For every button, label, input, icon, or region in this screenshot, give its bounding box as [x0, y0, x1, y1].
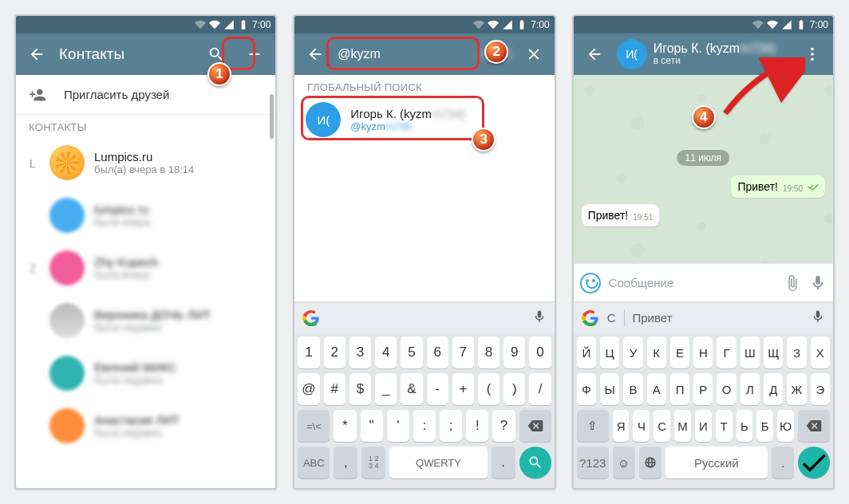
mode-abc-key[interactable]: ABC: [298, 447, 330, 478]
google-icon[interactable]: [582, 309, 599, 327]
backspace-key[interactable]: [519, 410, 551, 442]
key[interactable]: О: [717, 373, 736, 405]
mic-button[interactable]: [532, 309, 547, 326]
attach-icon[interactable]: [784, 274, 801, 292]
period-key[interactable]: .: [772, 447, 794, 478]
key[interactable]: -: [427, 373, 448, 405]
key[interactable]: Ь: [736, 410, 753, 442]
scrollbar[interactable]: [270, 94, 274, 139]
backspace-key[interactable]: [798, 410, 830, 442]
key[interactable]: П: [670, 373, 689, 405]
key[interactable]: Д: [764, 373, 783, 405]
contact-row-lumpics[interactable]: L Lumpics.ru был(а) вчера в 18:14: [16, 136, 275, 189]
key[interactable]: З: [787, 337, 806, 368]
alt-symbols-key[interactable]: 1 23 4: [361, 447, 385, 478]
key[interactable]: Ф: [577, 373, 596, 405]
key[interactable]: У: [623, 337, 642, 368]
clear-search-button[interactable]: [518, 38, 550, 70]
contact-row-blurred[interactable]: Анастасия ЛИТбыла недавно: [16, 400, 275, 452]
key[interactable]: А: [647, 373, 666, 405]
key[interactable]: Р: [693, 373, 713, 405]
key[interactable]: Щ: [764, 337, 783, 368]
key[interactable]: 1: [298, 337, 319, 368]
key[interactable]: :: [413, 410, 436, 442]
key[interactable]: /: [529, 373, 551, 405]
key[interactable]: Н: [693, 337, 713, 368]
key[interactable]: Я: [613, 410, 630, 442]
key[interactable]: _: [375, 373, 397, 405]
key[interactable]: 8: [478, 337, 500, 368]
suggestion[interactable]: С: [607, 311, 616, 325]
emoji-key[interactable]: ☺: [613, 447, 635, 478]
lang-key[interactable]: [639, 447, 661, 478]
key[interactable]: 4: [375, 337, 397, 368]
emoji-button[interactable]: [580, 273, 601, 293]
key[interactable]: Г: [717, 337, 736, 368]
key[interactable]: Э: [811, 373, 830, 405]
key[interactable]: Е: [670, 337, 689, 368]
key[interactable]: ": [361, 410, 383, 442]
key[interactable]: $: [349, 373, 371, 405]
back-button[interactable]: [21, 38, 53, 70]
key[interactable]: Ш: [740, 337, 760, 368]
enter-key[interactable]: [798, 447, 830, 478]
key[interactable]: Ж: [787, 373, 806, 405]
key[interactable]: 6: [427, 337, 448, 368]
mic-icon[interactable]: [809, 274, 827, 292]
key[interactable]: 3: [349, 337, 371, 368]
key[interactable]: &: [401, 373, 422, 405]
key[interactable]: Ю: [777, 410, 794, 442]
key[interactable]: +: [452, 373, 474, 405]
back-button[interactable]: [579, 38, 610, 70]
avatar[interactable]: И(: [617, 39, 647, 69]
key[interactable]: М: [674, 410, 691, 442]
spacebar-key[interactable]: Русский: [665, 447, 768, 478]
mode-num-key[interactable]: ?123: [577, 447, 609, 478]
key[interactable]: ): [503, 373, 525, 405]
key[interactable]: Ч: [633, 410, 650, 442]
key[interactable]: *: [334, 410, 356, 442]
contact-row-blurred[interactable]: ZZhy Kupechбыла вчера: [16, 242, 275, 294]
message-outgoing[interactable]: Привет! 19:50: [731, 175, 825, 198]
key[interactable]: @: [298, 373, 319, 405]
key[interactable]: 9: [503, 337, 525, 368]
comma-key[interactable]: ,: [334, 447, 357, 478]
key[interactable]: ?: [492, 410, 515, 442]
contact-row-blurred[interactable]: Вероника ДОЧЬ ЛИТбыла недавно: [16, 294, 275, 347]
key[interactable]: #: [324, 373, 346, 405]
key[interactable]: Й: [577, 337, 596, 368]
invite-friends-row[interactable]: Пригласить друзей: [16, 75, 275, 115]
key[interactable]: ': [387, 410, 409, 442]
key[interactable]: ;: [440, 410, 462, 442]
google-icon[interactable]: [302, 309, 320, 327]
mic-button[interactable]: [811, 309, 825, 326]
spacebar-key[interactable]: QWERTY: [389, 447, 487, 478]
keyboard-row-3: ⇧ ЯЧСМИТЬБЮ: [577, 410, 830, 442]
key[interactable]: Ы: [600, 373, 619, 405]
key[interactable]: В: [623, 373, 642, 405]
key[interactable]: Ц: [600, 337, 619, 368]
contact-row-blurred[interactable]: lumpics ruбылa вчера: [16, 189, 275, 242]
key[interactable]: 0: [529, 337, 551, 368]
key[interactable]: К: [647, 337, 666, 368]
key[interactable]: !: [466, 410, 488, 442]
key[interactable]: И: [695, 410, 712, 442]
message-incoming[interactable]: Привет! 19:51: [582, 204, 660, 226]
shift-key[interactable]: ⇧: [577, 410, 609, 442]
message-input[interactable]: [609, 276, 776, 289]
key[interactable]: (: [478, 373, 500, 405]
contact-row-blurred[interactable]: Евгений МИКСбыла недавно: [16, 347, 275, 400]
key[interactable]: С: [654, 410, 670, 442]
key[interactable]: 5: [401, 337, 422, 368]
period-key[interactable]: .: [492, 447, 515, 478]
divider: [624, 309, 625, 327]
key[interactable]: 2: [324, 337, 346, 368]
suggestion[interactable]: Привет: [633, 311, 673, 325]
key[interactable]: Х: [811, 337, 830, 368]
sym-shift-key[interactable]: =\<: [298, 410, 330, 442]
key[interactable]: Т: [716, 410, 733, 442]
search-go-key[interactable]: [519, 447, 551, 478]
key[interactable]: Л: [740, 373, 760, 405]
key[interactable]: Б: [756, 410, 773, 442]
key[interactable]: 7: [452, 337, 474, 368]
